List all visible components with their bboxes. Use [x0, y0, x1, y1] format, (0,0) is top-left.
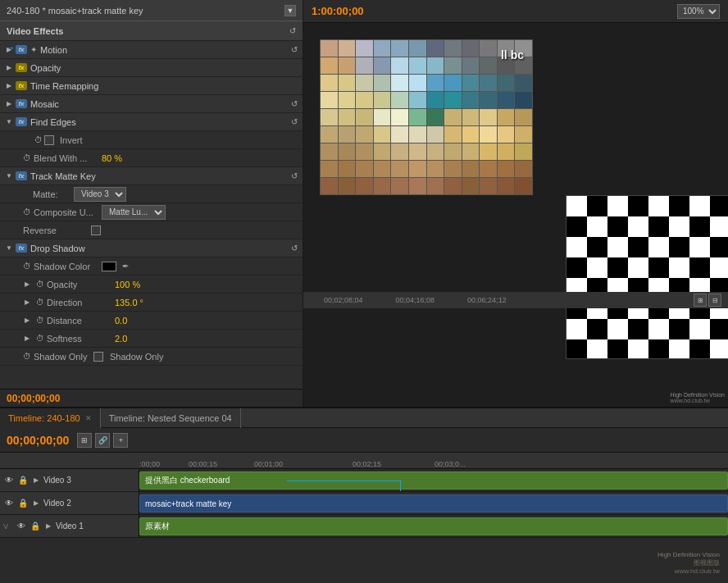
collapse-icon-mosaic: ▶ — [5, 100, 13, 108]
clock-icon-composite: ⏱ — [23, 207, 31, 216]
zoom-select[interactable]: 100% 50% 75% — [677, 4, 720, 19]
drop-shadow-distance-row: ▶ ⏱ Distance 0.0 — [0, 312, 303, 330]
effect-row-mosaic[interactable]: ▶ fx Mosaic ↺ — [0, 95, 303, 113]
video-effects-reset[interactable]: ↺ — [289, 26, 296, 35]
direction-value[interactable]: 135.0 ° — [115, 298, 143, 307]
track-expand-video1[interactable]: ▶ — [43, 522, 53, 531]
star-icon-motion: ✦ — [30, 45, 37, 54]
main-container: 240-180 * mosaic+track matte key ▼ Video… — [0, 0, 728, 583]
clock-icon-softness: ⏱ — [36, 334, 44, 343]
distance-value[interactable]: 0.0 — [115, 316, 127, 326]
collapse-icon-track-matte: ▼ — [5, 172, 13, 180]
track-clip-video2[interactable]: mosaic+track matte key — [139, 494, 728, 512]
reset-btn-drop-shadow[interactable]: ↺ — [291, 244, 298, 253]
shadow-only-checkbox[interactable] — [93, 352, 103, 362]
effect-row-drop-shadow[interactable]: ▼ fx Drop Shadow ↺ — [0, 239, 303, 257]
panel-menu-btn[interactable]: ▼ — [284, 5, 296, 16]
shadow-color-swatch[interactable] — [102, 262, 116, 271]
collapse-icon-motion: ▶ — [5, 46, 13, 54]
bottom-watermark: High Definition Vision 图视图版 www.hd.club.… — [657, 551, 720, 575]
timeline-tab-1-close[interactable]: ✕ — [85, 414, 92, 422]
wm-url: www.hd.club.tw — [657, 567, 720, 575]
reset-btn-mosaic[interactable]: ↺ — [291, 99, 298, 108]
blend-label: Blend With ... — [34, 153, 99, 163]
watermark-url: www.hd.club.tw — [671, 398, 725, 403]
track-eye-video1[interactable]: 👁 — [16, 521, 27, 532]
find-edges-invert-row: ⏱ Invert — [0, 131, 303, 149]
preview-text-overlay: ll bc — [501, 48, 524, 61]
invert-checkbox[interactable] — [44, 135, 54, 145]
ruler-4: 00;03;0... — [435, 460, 466, 468]
track-controls-video1: V 👁 🔒 ▶ Video 1 — [0, 515, 139, 537]
ctrl-btn-link[interactable]: 🔗 — [95, 433, 110, 448]
track-clip-video1[interactable]: 原素材 — [139, 517, 728, 535]
panel-header: 240-180 * mosaic+track matte key ▼ — [0, 0, 303, 21]
fx-icon-track-matte: fx — [16, 171, 27, 180]
track-lock-video1[interactable]: 🔒 — [30, 521, 41, 532]
clock-icon-direction: ⏱ — [36, 298, 44, 307]
program-monitor-area: ll bc High Definition Vision www.hd.club… — [303, 23, 728, 407]
timeline-tab-1[interactable]: Timeline: 240-180 ✕ — [0, 408, 101, 428]
effect-row-time-remap[interactable]: ▶ fx Time Remapping — [0, 77, 303, 95]
ruler-2: 00;01;00 — [254, 460, 283, 468]
ruler-mark-1: 00;02;08;04 — [324, 296, 363, 304]
track-eye-video3[interactable]: 👁 — [3, 475, 15, 486]
reverse-checkbox[interactable] — [91, 225, 101, 235]
nav-btn-1[interactable]: ⊞ — [694, 294, 707, 307]
eyedropper-icon[interactable]: ✒ — [122, 262, 129, 271]
drop-shadow-opacity-row: ▶ ⏱ Opacity 100 % — [0, 276, 303, 294]
program-timecode: 1:00:00;00 — [312, 5, 364, 17]
fx-icon-find-edges: fx — [16, 117, 27, 126]
track-clip-video3[interactable]: 提供黑白 checkerboard — [139, 471, 728, 490]
timeline-tab-2[interactable]: Timeline: Nested Sequence 04 — [101, 408, 241, 428]
ctrl-btn-add[interactable]: + — [113, 433, 128, 448]
softness-value[interactable]: 2.0 — [115, 334, 127, 344]
track-expand-video2[interactable]: ▶ — [31, 499, 41, 508]
clock-icon-shadow-color: ⏱ — [23, 262, 31, 271]
effect-name-opacity: Opacity — [30, 63, 298, 73]
track-clip-label-video1: 原素材 — [145, 521, 170, 532]
reset-btn-find-edges[interactable]: ↺ — [291, 117, 298, 126]
video-effects-header: Video Effects ↺ — [0, 21, 303, 41]
effect-name-find-edges: Find Edges — [30, 117, 291, 127]
effect-row-find-edges[interactable]: ▼ fx Find Edges ↺ — [0, 113, 303, 131]
effect-row-opacity[interactable]: ▶ fx Opacity — [0, 59, 303, 77]
reset-btn-motion[interactable]: ↺ — [291, 45, 298, 54]
drop-shadow-shadow-only-row: ⏱ Shadow Only Shadow Only — [0, 348, 303, 366]
track-expand-video3[interactable]: ▶ — [31, 476, 41, 485]
checker-preview — [566, 195, 728, 359]
effects-timecode-bar: 00;00;00;00 — [0, 389, 303, 407]
wm-line2: 图视图版 — [657, 558, 720, 567]
blend-value[interactable]: 80 % — [102, 153, 122, 163]
effects-list: → ▶ fx ✦ Motion ↺ ▶ fx Opacity — [0, 41, 303, 389]
track-clip-label-video3: 提供黑白 checkerboard — [145, 475, 230, 486]
track-eye-video2[interactable]: 👁 — [3, 498, 15, 509]
effect-name-time-remap: Time Remapping — [30, 81, 298, 91]
track-lock-video3[interactable]: 🔒 — [17, 475, 29, 486]
composite-dropdown[interactable]: Matte Lu... — [102, 205, 166, 220]
right-area: 1:00:00;00 100% 50% 75% — [303, 0, 728, 407]
wm-line1: High Definition Vision — [657, 551, 720, 558]
timeline-tab-1-label: Timeline: 240-180 — [8, 413, 80, 423]
reset-btn-track-matte[interactable]: ↺ — [291, 171, 298, 180]
preview-image: ll bc — [320, 39, 533, 195]
expand-icon-opacity: ▶ — [23, 280, 31, 289]
effect-row-motion[interactable]: ▶ fx ✦ Motion ↺ — [0, 41, 303, 59]
track-lock-video2[interactable]: 🔒 — [17, 498, 29, 509]
track-controls-video3: 👁 🔒 ▶ Video 3 — [0, 469, 139, 491]
track-timeline-video3: 提供黑白 checkerboard — [139, 469, 728, 491]
ruler-mark-2: 00;04;16;08 — [396, 296, 435, 304]
timeline-header: 00;00;00;00 ⊞ 🔗 + — [0, 428, 728, 453]
track-clip-label-video2: mosaic+track matte key — [145, 499, 231, 508]
ctrl-btn-snap[interactable]: ⊞ — [77, 433, 92, 448]
matte-dropdown[interactable]: Video 3 Video 2 Video 1 — [74, 187, 126, 202]
timeline-timecode: 00;00;00;00 — [7, 434, 69, 447]
direction-label: Direction — [47, 298, 112, 307]
clock-icon-distance: ⏱ — [36, 316, 44, 325]
effect-row-track-matte[interactable]: ▼ fx Track Matte Key ↺ — [0, 167, 303, 185]
collapse-icon-time-remap: ▶ — [5, 82, 13, 90]
v-track-label: V — [3, 522, 13, 531]
matte-label: Matte: — [33, 189, 74, 199]
nav-btn-2[interactable]: ⊟ — [708, 294, 721, 307]
opacity-value[interactable]: 100 % — [115, 280, 140, 289]
